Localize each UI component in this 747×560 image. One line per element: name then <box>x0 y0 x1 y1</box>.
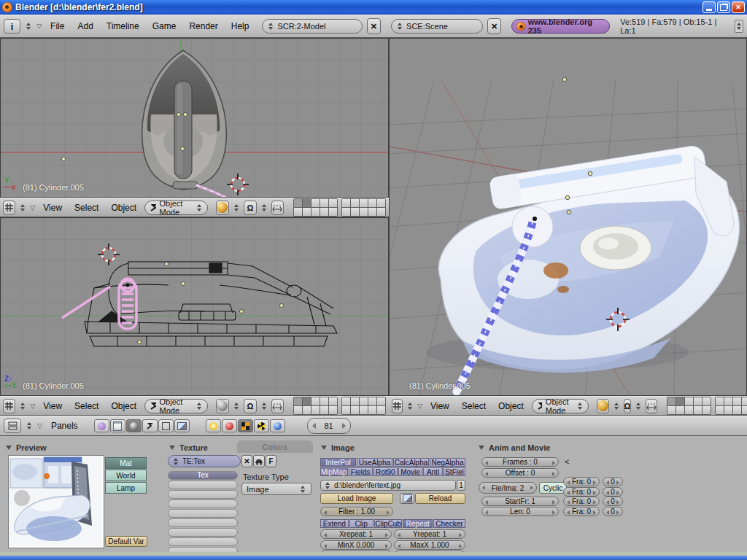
viewport-type-button[interactable] <box>3 201 15 215</box>
transform-manipulator-button[interactable] <box>271 201 284 215</box>
usealpha-toggle[interactable]: UseAlpha <box>357 458 392 467</box>
texture-clear-button[interactable]: ✕ <box>241 455 252 467</box>
fields-toggle[interactable]: Fields <box>349 467 373 476</box>
viewport-type-stepper[interactable] <box>406 402 414 410</box>
image-filename-field[interactable]: d:\blender\fertext.jpg <box>320 480 456 491</box>
anim-panel-header[interactable]: Anim and Movie <box>479 443 550 452</box>
layer-buttons-2[interactable] <box>341 198 386 217</box>
anti-toggle[interactable]: Anti <box>423 467 443 476</box>
world-button[interactable] <box>270 419 285 432</box>
panel-collapse-icon[interactable] <box>321 446 327 450</box>
panel-collapse-icon[interactable] <box>479 446 484 450</box>
rot90-toggle[interactable]: Rot90 <box>374 467 398 476</box>
texture-slot[interactable] <box>168 528 238 537</box>
close-button[interactable]: ✕ <box>732 1 745 13</box>
minx-field[interactable]: MinX 0.000 <box>320 540 392 550</box>
clip-toggle[interactable]: Clip <box>349 519 374 528</box>
collapse-menu-icon[interactable]: ▽ <box>30 204 35 211</box>
sfra-field-4[interactable]: 0 <box>603 507 623 516</box>
sfra-field-2[interactable]: 0 <box>603 487 623 497</box>
viewport-type-stepper[interactable] <box>19 204 26 211</box>
collapse-menu-icon[interactable]: ▽ <box>30 402 35 410</box>
window-type-button[interactable] <box>4 419 21 433</box>
texture-slot[interactable] <box>168 499 238 508</box>
mode-dropdown[interactable]: Object Mode <box>144 399 208 413</box>
menu-timeline[interactable]: Timeline <box>102 21 144 31</box>
movie-toggle[interactable]: Movie <box>398 467 422 476</box>
material-button[interactable] <box>222 419 237 432</box>
object-menu[interactable]: Object <box>107 203 141 213</box>
collapse-menu-icon[interactable]: ▽ <box>37 422 42 429</box>
layer-buttons[interactable] <box>293 198 338 217</box>
yrepeat-field[interactable]: Yrepeat: 1 <box>394 529 465 539</box>
panel-collapse-icon[interactable] <box>6 446 12 450</box>
collapse-menu-icon[interactable]: ▽ <box>36 23 42 30</box>
texture-slot-active[interactable]: Tex <box>168 471 238 480</box>
fra-field-1[interactable]: Fra: 0 <box>563 477 600 486</box>
texture-channel-list[interactable]: Tex <box>168 470 238 556</box>
texture-name-field[interactable]: TE:Tex <box>168 455 241 467</box>
viewport-type-button[interactable] <box>392 399 403 413</box>
draw-type-stepper[interactable] <box>613 402 620 410</box>
extend-toggle[interactable]: Extend <box>320 519 349 528</box>
object-menu[interactable]: Object <box>494 401 528 411</box>
sfra-field-3[interactable]: 0 <box>603 497 623 506</box>
layer-buttons[interactable] <box>667 397 711 415</box>
texture-panel-header[interactable]: Texture <box>169 443 208 452</box>
restore-button[interactable] <box>717 1 730 13</box>
image-window-button[interactable] <box>174 419 190 432</box>
draw-type-stepper[interactable] <box>233 204 240 211</box>
auto-name-button[interactable] <box>253 455 265 467</box>
image-select-button[interactable] <box>400 493 414 504</box>
scene-stepper[interactable] <box>396 23 403 30</box>
texture-slot[interactable] <box>168 490 238 499</box>
window-type-stepper[interactable] <box>26 422 33 429</box>
colors-tab[interactable]: Colors <box>237 440 313 453</box>
lamp-button[interactable] <box>206 419 221 432</box>
image-panel-header[interactable]: Image <box>321 443 355 452</box>
rotation-widget-button[interactable]: Ω <box>244 201 256 215</box>
mode-dropdown[interactable]: Object Mode <box>532 399 589 413</box>
radiosity-button[interactable] <box>254 419 269 432</box>
rotation-stepper[interactable] <box>260 204 268 211</box>
draw-type-button[interactable] <box>216 399 230 413</box>
select-menu[interactable]: Select <box>457 401 490 411</box>
maxx-field[interactable]: MaxX 1.000 <box>394 540 465 550</box>
window-type-button[interactable]: i <box>4 19 20 34</box>
object-menu[interactable]: Object <box>107 401 141 411</box>
viewport-type-button[interactable] <box>3 399 15 413</box>
reload-button[interactable]: Reload <box>415 493 465 504</box>
select-menu[interactable]: Select <box>70 401 103 411</box>
layer-buttons-2[interactable] <box>341 397 386 415</box>
rotation-widget-button[interactable]: Ω <box>624 399 632 413</box>
screen-clear-button[interactable]: ✕ <box>367 18 381 34</box>
startfr-field[interactable]: StartFr: 1 <box>481 497 559 506</box>
view-menu[interactable]: View <box>39 203 66 213</box>
titlebar[interactable]: Blender [d:\blender\fer2.blend] ✕ <box>0 0 747 15</box>
texture-type-dropdown[interactable]: Image <box>241 483 311 495</box>
layer-buttons-2[interactable] <box>715 397 747 415</box>
window-type-stepper[interactable] <box>25 23 32 30</box>
menu-file[interactable]: File <box>46 21 69 31</box>
script-button[interactable] <box>110 419 125 432</box>
preview-mat-button[interactable]: Mat <box>105 457 147 469</box>
rotation-widget-button[interactable]: Ω <box>244 399 256 413</box>
texture-slot[interactable] <box>168 509 238 518</box>
rotation-stepper[interactable] <box>260 402 268 410</box>
image-users-button[interactable]: 1 <box>457 480 465 491</box>
screen-stepper[interactable] <box>267 23 274 30</box>
rotation-stepper[interactable] <box>635 402 642 410</box>
fie-ima-field[interactable]: Fie/Ima: 2 <box>479 482 537 494</box>
texture-slot[interactable] <box>168 481 238 489</box>
viewport-top-view[interactable]: Y↑—x (81) Cylinder.005 <box>0 38 389 198</box>
object-button[interactable] <box>142 419 158 432</box>
draw-type-button[interactable] <box>597 399 609 413</box>
draw-type-stepper[interactable] <box>233 402 240 410</box>
select-menu[interactable]: Select <box>70 203 103 213</box>
minimize-button[interactable] <box>703 1 716 13</box>
transform-manipulator-button[interactable] <box>271 399 284 413</box>
frames-field[interactable]: Frames : 0 <box>481 457 559 467</box>
menu-help[interactable]: Help <box>227 21 254 31</box>
offset-field[interactable]: Offset : 0 <box>481 468 559 478</box>
draw-type-button[interactable] <box>216 201 230 215</box>
